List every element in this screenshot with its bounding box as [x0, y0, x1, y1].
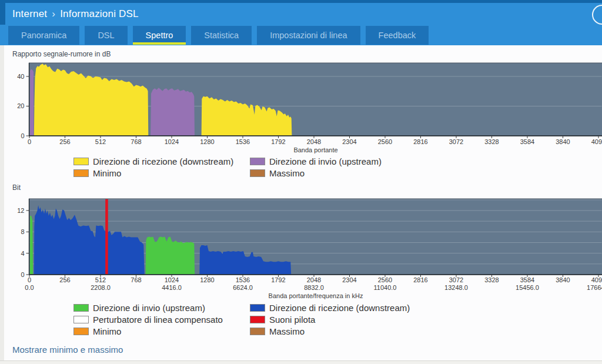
x-tick-label: 3328: [484, 138, 499, 145]
legend-label-upstream: Direzione di invio (upstream): [93, 303, 205, 313]
legend-swatch-pilot-tones: [250, 316, 265, 323]
x-tick-label: 3584: [520, 138, 534, 145]
legend-swatch-compensated-disturber: [73, 316, 89, 323]
x-tick-label: 768: [131, 276, 141, 283]
x-tick-label: 3072: [449, 138, 463, 145]
y-tick-label: 20: [17, 102, 24, 109]
x-tick-label: 2304: [342, 276, 356, 283]
x-tick-label: 0: [28, 138, 31, 145]
tab-dsl[interactable]: DSL: [85, 26, 127, 45]
x-tick-sublabel: 6624.0: [233, 284, 253, 291]
x-tick-label: 256: [59, 276, 70, 283]
legend-swatch-maximum: [250, 328, 265, 335]
show-min-max-link[interactable]: Mostrare minimo e massimo: [12, 345, 123, 355]
y-tick-label: 40: [17, 73, 24, 80]
x-axis-title: Banda portante: [293, 146, 337, 153]
legend-swatch-minimum: [73, 169, 89, 177]
bit-chart: 00.02565122208.076810244416.012801536662…: [4, 193, 602, 302]
tab-impostazioni-di-linea[interactable]: Impostazioni di linea: [257, 26, 360, 45]
pilot-tone-line: [105, 199, 108, 275]
x-tick-label: 1536: [236, 276, 250, 283]
y-tick-label: 8: [21, 228, 24, 235]
tab-spettro[interactable]: Spettro: [133, 26, 186, 45]
x-tick-sublabel: 8832.0: [304, 284, 324, 291]
y-tick-label: 0: [21, 271, 24, 278]
band-upstream-upstream-main: [146, 237, 195, 275]
band-upstream-upstream-main: [150, 88, 195, 136]
x-tick-label: 1024: [165, 276, 179, 283]
snr-chart-title: Rapporto segnale-rumore in dB: [4, 45, 602, 60]
x-tick-label: 2816: [413, 138, 427, 145]
legend-label-minimum: Minimo: [93, 326, 121, 336]
band-upstream-upstream-left: [30, 69, 34, 136]
legend-item-upstream: Direzione di invio (upstream): [73, 302, 250, 313]
legend-item-pilot-tones: Suoni pilota: [250, 313, 602, 325]
bit-chart-title: Bit: [4, 179, 602, 193]
x-tick-sublabel: 4416.0: [162, 284, 182, 291]
breadcrumb-separator-icon: ›: [52, 8, 55, 20]
legend-label-downstream: Direzione di ricezione (downstream): [93, 156, 233, 166]
breadcrumb-section[interactable]: Internet: [12, 8, 47, 20]
x-tick-label: 3072: [449, 276, 463, 283]
legend-item-maximum: Massimo: [250, 325, 602, 337]
x-tick-label: 768: [131, 138, 141, 145]
x-tick-label: 4096: [591, 138, 602, 145]
tab-panoramica[interactable]: Panoramica: [8, 26, 79, 45]
legend-swatch-downstream: [73, 158, 89, 165]
breadcrumb: Internet › Informazioni DSL: [12, 3, 139, 25]
tab-statistica[interactable]: Statistica: [191, 26, 252, 45]
x-tick-label: 256: [59, 138, 70, 145]
legend-label-minimum: Minimo: [93, 168, 121, 178]
x-tick-sublabel: 2208.0: [91, 284, 111, 291]
snr-chart-legend: Direzione di ricezione (downstream)Direz…: [73, 155, 602, 179]
main-content: Rapporto segnale-rumore in dB 0256512768…: [4, 45, 602, 364]
legend-item-minimum: Minimo: [73, 167, 250, 179]
legend-label-maximum: Massimo: [269, 326, 305, 336]
y-tick-label: 12: [17, 207, 24, 214]
legend-label-downstream: Direzione di ricezione (downstream): [269, 303, 410, 313]
x-tick-label: 1792: [271, 276, 285, 283]
legend-label-compensated-disturber: Perturbatore di linea compensato: [93, 315, 223, 325]
legend-label-upstream: Direzione di invio (upstream): [269, 156, 382, 166]
x-tick-label: 1024: [165, 138, 179, 145]
x-tick-label: 3584: [520, 276, 534, 283]
x-tick-label: 2816: [413, 276, 427, 283]
legend-item-downstream: Direzione di ricezione (downstream): [250, 302, 602, 313]
bit-chart-legend: Direzione di invio (upstream)Direzione d…: [73, 302, 602, 337]
x-tick-sublabel: 0.0: [25, 284, 34, 291]
page-footer: [0, 360, 602, 364]
legend-item-upstream: Direzione di invio (upstream): [250, 155, 602, 167]
x-tick-sublabel: 17664.0: [587, 284, 602, 291]
x-tick-label: 4096: [591, 276, 602, 283]
x-tick-label: 3840: [556, 276, 570, 283]
tab-bar: PanoramicaDSLSpettroStatisticaImpostazio…: [8, 26, 429, 45]
x-tick-label: 1536: [236, 138, 250, 145]
x-tick-sublabel: 13248.0: [444, 284, 468, 291]
tab-feedback[interactable]: Feedback: [366, 26, 429, 45]
x-tick-sublabel: 11040.0: [374, 284, 397, 291]
x-tick-sublabel: 15456.0: [516, 284, 539, 291]
app-header: Internet › Informazioni DSL PanoramicaDS…: [0, 0, 602, 45]
legend-item-minimum: Minimo: [73, 325, 250, 337]
x-tick-label: 512: [95, 276, 106, 283]
legend-item-compensated-disturber: Perturbatore di linea compensato: [73, 313, 250, 325]
legend-swatch-downstream: [250, 304, 265, 312]
legend-label-maximum: Massimo: [269, 168, 305, 178]
legend-item-downstream: Direzione di ricezione (downstream): [73, 155, 250, 167]
x-tick-label: 2560: [378, 138, 392, 145]
x-tick-label: 0: [28, 276, 31, 283]
legend-swatch-maximum: [250, 169, 265, 177]
corner-accent-block: [0, 0, 5, 25]
x-tick-label: 3328: [484, 276, 499, 283]
x-tick-label: 512: [95, 138, 106, 145]
x-axis-title: Banda portante/frequenza in kHz: [269, 292, 363, 299]
help-icon[interactable]: [592, 5, 602, 25]
snr-chart: 0256512768102412801536179220482304256028…: [4, 60, 602, 155]
page-title: Informazioni DSL: [60, 8, 139, 20]
legend-label-pilot-tones: Suoni pilota: [269, 315, 315, 325]
x-tick-label: 1280: [200, 138, 214, 145]
x-tick-label: 1280: [200, 276, 214, 283]
legend-swatch-upstream: [73, 304, 89, 312]
x-tick-label: 2304: [342, 138, 356, 145]
x-tick-label: 3840: [556, 138, 570, 145]
